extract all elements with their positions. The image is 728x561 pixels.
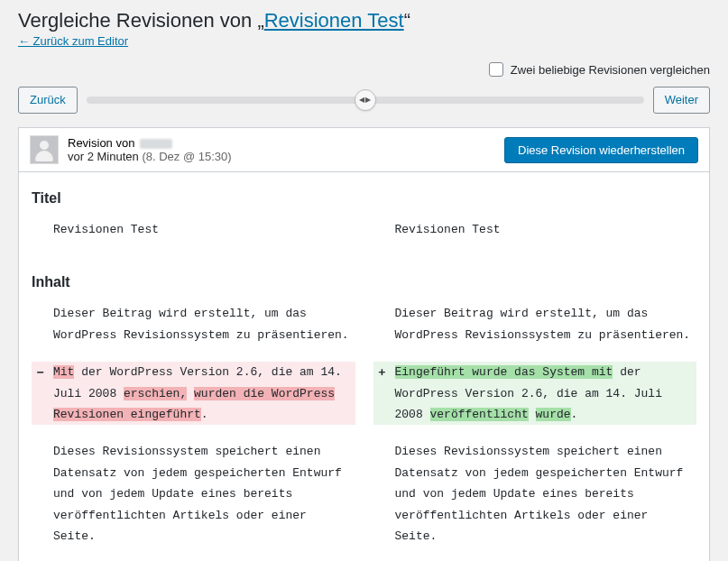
revision-slider[interactable]: ◀ ▶ [87,86,644,115]
restore-revision-button[interactable]: Diese Revision wiederherstellen [504,137,698,163]
prev-button[interactable]: Zurück [18,87,78,114]
time-ago: vor 2 Minuten [68,150,139,163]
arrow-left-icon: ◀ [359,97,364,104]
content-left-p3: Dieses Revisionssystem speichert einen D… [32,441,355,547]
revision-nav-row: Zurück ◀ ▶ Weiter [18,86,710,115]
slider-handle[interactable]: ◀ ▶ [355,89,376,111]
plus-icon: + [379,362,386,382]
ins-span: veröffentlicht [430,408,529,421]
content-right-p1: Dieser Beitrag wird erstellt, um das Wor… [373,303,697,345]
next-button[interactable]: Weiter [653,87,710,114]
content-diff-row: Dieser Beitrag wird erstellt, um das Wor… [32,303,696,561]
content-right-col: Dieser Beitrag wird erstellt, um das Wor… [373,303,697,561]
compare-any-label[interactable]: Zwei beliebige Revisionen vergleichen [489,62,710,77]
heading-suffix: “ [404,9,410,32]
del-span: Mit [53,365,74,379]
minus-icon: − [37,362,44,382]
compare-any-checkbox[interactable] [489,62,503,77]
page-heading: Vergleiche Revisionen von „Revisionen Te… [18,9,710,32]
title-right-col: Revisionen Test [373,219,697,256]
content-right-p2: + Eingeführt wurde das System mit der Wo… [373,362,697,425]
content-left-p1: Dieser Beitrag wird erstellt, um das Wor… [32,303,355,345]
compare-any-text: Zwei beliebige Revisionen vergleichen [511,63,710,77]
content-right-p3: Dieses Revisionssystem speichert einen D… [373,441,697,547]
title-diff-row: Revisionen Test Revisionen Test [32,219,696,256]
post-title-link[interactable]: Revisionen Test [264,9,404,32]
author-name [140,139,172,149]
revision-meta-text: Revision von vor 2 Minuten (8. Dez @ 15:… [68,136,495,163]
content-left-p2: − Mit der WordPress Version 2.6, die am … [32,362,355,425]
heading-prefix: Vergleiche Revisionen von „ [18,9,264,32]
arrow-right-icon: ▶ [365,97,371,104]
revision-by-label: Revision von [68,136,134,150]
ins-span: wurde [536,408,571,421]
avatar [30,135,59,164]
revision-meta: Revision von vor 2 Minuten (8. Dez @ 15:… [18,127,710,171]
title-left: Revisionen Test [32,219,355,240]
del-span: erschien, [124,387,187,400]
revision-date: (8. Dez @ 15:30) [142,150,231,163]
section-title-titel: Titel [32,190,696,207]
content-left-col: Dieser Beitrag wird erstellt, um das Wor… [32,303,355,561]
back-to-editor-link[interactable]: ← Zurück zum Editor [18,34,128,48]
section-title-inhalt: Inhalt [32,274,696,290]
compare-mode-row: Zwei beliebige Revisionen vergleichen [18,62,710,77]
title-right: Revisionen Test [373,219,697,240]
ins-span: Eingeführt wurde das System mit [395,365,613,379]
title-left-col: Revisionen Test [32,219,355,256]
diff-container: Titel Revisionen Test Revisionen Test In… [18,171,710,561]
